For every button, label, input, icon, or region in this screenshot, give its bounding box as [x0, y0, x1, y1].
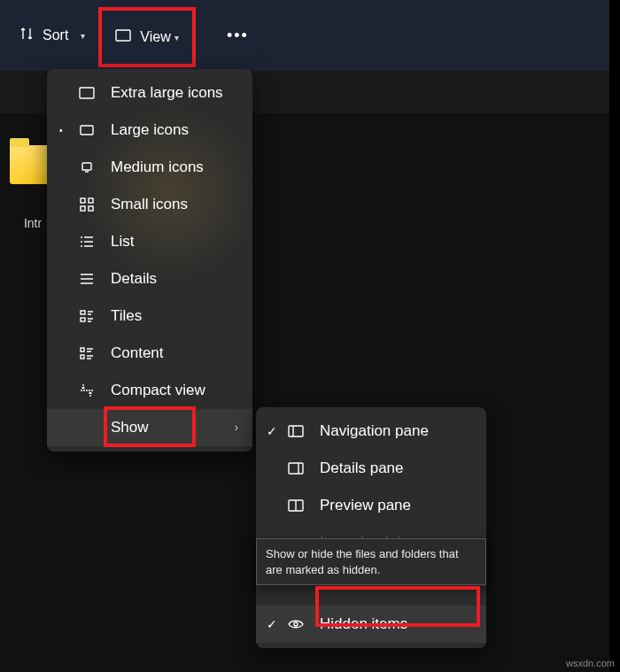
- svg-rect-12: [289, 426, 303, 436]
- svg-rect-3: [82, 163, 91, 170]
- hidden-items-icon: [286, 619, 306, 630]
- svg-rect-7: [89, 206, 93, 211]
- menu-item-tiles[interactable]: Tiles: [47, 297, 252, 335]
- svg-rect-11: [81, 355, 84, 359]
- menu-item-medium-icons[interactable]: Medium icons: [47, 149, 252, 186]
- svg-rect-2: [81, 126, 93, 135]
- menu-label: Large icons: [111, 121, 189, 139]
- menu-item-navigation-pane[interactable]: ✓ Navigation pane: [256, 413, 486, 450]
- toolbar: Sort ▾: [0, 0, 609, 71]
- svg-rect-0: [116, 30, 130, 41]
- menu-item-small-icons[interactable]: Small icons: [47, 186, 252, 223]
- menu-item-show[interactable]: Show ›: [47, 409, 252, 446]
- menu-item-hidden-items[interactable]: ✓ Hidden items: [256, 606, 486, 643]
- more-button[interactable]: •••: [220, 27, 256, 45]
- watermark: wsxdn.com: [566, 658, 615, 668]
- svg-rect-6: [81, 206, 85, 211]
- tooltip-text: Show or hide the files and folders that …: [266, 547, 459, 576]
- menu-label: Details: [111, 270, 157, 288]
- menu-label: Show: [111, 419, 149, 436]
- small-icons-icon: [77, 197, 97, 212]
- view-button[interactable]: View ▾: [98, 7, 196, 67]
- content-icon: [77, 347, 97, 359]
- menu-item-compact-view[interactable]: Compact view: [47, 372, 252, 409]
- menu-label: Tiles: [111, 307, 142, 325]
- svg-point-16: [294, 622, 298, 626]
- menu-label: Preview pane: [320, 497, 411, 514]
- check-icon: ✓: [267, 424, 277, 438]
- details-pane-icon: [286, 462, 306, 475]
- view-menu: Extra large icons • Large icons Medium i…: [47, 69, 252, 452]
- submenu-arrow-icon: ›: [235, 421, 238, 434]
- chevron-down-icon: ▾: [174, 33, 179, 42]
- sort-label: Sort: [43, 27, 68, 43]
- svg-rect-5: [89, 198, 93, 203]
- menu-label: Extra large icons: [111, 84, 223, 102]
- large-icons-icon: [77, 125, 97, 135]
- tooltip: Show or hide the files and folders that …: [256, 538, 486, 585]
- menu-item-details[interactable]: Details: [47, 260, 252, 297]
- svg-rect-4: [81, 198, 85, 203]
- sort-icon: [19, 27, 34, 44]
- selected-indicator-icon: •: [59, 126, 63, 135]
- compact-view-icon: [77, 383, 97, 398]
- menu-item-list[interactable]: List: [47, 223, 252, 260]
- menu-label: Navigation pane: [320, 422, 429, 440]
- show-submenu: ✓ Navigation pane Details pane Preview p…: [256, 407, 486, 648]
- view-icon: [115, 29, 131, 45]
- extra-large-icons-icon: [77, 87, 97, 99]
- medium-icons-icon: [77, 162, 97, 173]
- menu-label: Medium icons: [111, 158, 204, 176]
- view-label: View: [140, 29, 170, 45]
- chevron-down-icon: ▾: [81, 31, 85, 41]
- menu-item-extra-large-icons[interactable]: Extra large icons: [47, 74, 252, 112]
- menu-label: Small icons: [111, 196, 188, 213]
- navigation-pane-icon: [286, 425, 306, 437]
- svg-rect-10: [81, 348, 84, 351]
- menu-item-large-icons[interactable]: • Large icons: [47, 112, 252, 149]
- menu-item-content[interactable]: Content: [47, 335, 252, 372]
- details-icon: [77, 273, 97, 285]
- menu-label: Content: [111, 344, 164, 362]
- menu-label: Details pane: [320, 460, 404, 477]
- menu-item-details-pane[interactable]: Details pane: [256, 450, 486, 487]
- menu-label: Hidden items: [320, 615, 407, 633]
- svg-rect-9: [81, 318, 85, 321]
- list-icon: [77, 236, 97, 248]
- menu-label: List: [111, 233, 134, 251]
- svg-rect-13: [289, 463, 303, 474]
- check-icon: ✓: [267, 617, 277, 631]
- menu-item-preview-pane[interactable]: Preview pane: [256, 487, 486, 524]
- tiles-icon: [77, 310, 97, 322]
- svg-rect-1: [80, 88, 94, 98]
- svg-rect-8: [81, 311, 85, 314]
- menu-label: Compact view: [111, 382, 205, 399]
- sort-button[interactable]: Sort ▾: [9, 18, 96, 53]
- preview-pane-icon: [286, 499, 306, 512]
